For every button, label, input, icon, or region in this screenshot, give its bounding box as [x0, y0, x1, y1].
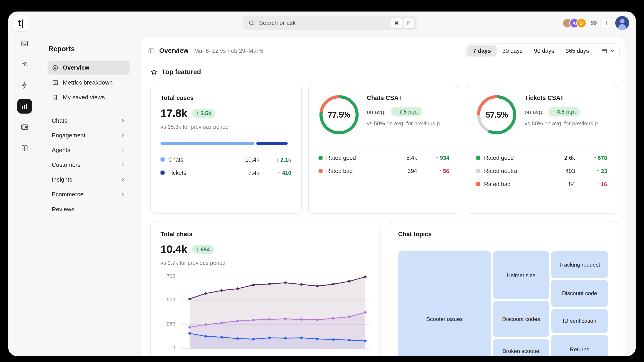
avatar: B	[576, 18, 586, 28]
total-chats-chart: 700 500 250 0	[160, 273, 370, 351]
legend-value: 5.4k	[388, 155, 417, 161]
legend-label: Rated bad	[484, 181, 510, 187]
sidebar-section-agents[interactable]: Agents	[48, 143, 130, 157]
legend-value: 84	[546, 181, 575, 187]
legend-delta: ↑ 934	[417, 155, 449, 161]
treemap-block-discount-codes[interactable]: Discount codes	[493, 301, 549, 337]
calendar-button[interactable]	[596, 48, 619, 54]
calendar-icon	[601, 48, 608, 54]
treemap-block-scooter-issues[interactable]: Scooter issues	[398, 251, 491, 356]
rail-bolt-button[interactable]	[17, 78, 32, 93]
sidebar-item-label: My saved views	[63, 94, 105, 100]
sidebar-toggle-icon[interactable]	[148, 47, 155, 55]
sidebar-section-customers[interactable]: Customers	[48, 158, 130, 172]
comparison-text: vs 15.3k for previous period	[160, 124, 291, 130]
app-logo[interactable]: t|	[13, 15, 29, 31]
search-icon	[248, 19, 256, 27]
y-axis-tick: 500	[167, 297, 176, 303]
section-label: Ecommerce	[52, 191, 84, 198]
total-cases-card: Total cases 17.8k ↑ 2.5k vs 15.3k for pr…	[150, 85, 302, 213]
total-chats-value: 10.4k	[160, 243, 187, 256]
legend-swatch	[476, 182, 480, 186]
legend-swatch	[160, 171, 164, 175]
legend-swatch	[318, 156, 322, 160]
chevron-right-icon	[120, 147, 126, 153]
legend-label: Chats	[168, 156, 183, 163]
line-chart	[180, 273, 370, 351]
rail-contacts-button[interactable]	[17, 120, 32, 134]
treemap-block-helmet-size[interactable]: Helmet size	[493, 251, 549, 299]
y-axis-tick: 0	[172, 345, 176, 351]
legend-delta: ↑ 23	[575, 168, 607, 174]
legend-delta: ↑ 2.1k	[259, 156, 291, 163]
treemap-block-broken-scooter[interactable]: Broken scooter	[493, 339, 549, 356]
sidebar-item-my-saved-views[interactable]: My saved views	[48, 90, 130, 104]
delta-badge: ↑ 7.5 p.p.	[390, 107, 422, 117]
delta-badge: ↑ 2.5k	[192, 109, 216, 118]
card-title: Chats CSAT	[367, 94, 449, 101]
range-90-days[interactable]: 90 days	[528, 45, 560, 57]
range-365-days[interactable]: 365 days	[560, 45, 595, 57]
chats-csat-card: 77.5% Chats CSAT on avg. ↑ 7.5 p.p. vs 5…	[308, 85, 460, 213]
bookmark-icon	[52, 94, 59, 101]
rail-automation-button[interactable]	[17, 57, 32, 72]
chevron-right-icon	[120, 132, 126, 138]
date-range-control: 7 days 30 days 90 days 365 days	[466, 43, 620, 58]
divider	[318, 146, 449, 147]
legend-swatch	[318, 169, 322, 173]
sidebar-section-reviews[interactable]: Reviews	[48, 202, 130, 216]
automation-icon	[20, 60, 28, 68]
lightning-icon	[20, 81, 28, 89]
legend-value: 7.4k	[230, 169, 259, 176]
section-label: Chats	[52, 117, 68, 124]
book-icon	[20, 144, 28, 152]
reports-sidebar: Reports Overview Metrics breakdown My sa…	[41, 34, 136, 356]
section-label: Customers	[52, 162, 80, 168]
legend-label: Rated good	[326, 155, 356, 161]
card-title: Tickets CSAT	[525, 94, 607, 101]
chevron-right-icon	[120, 118, 126, 123]
chat-topics-treemap: Scooter issues Helmet size Discount code…	[398, 251, 607, 356]
bar-chart-icon	[20, 102, 28, 110]
sidebar-section-engagement[interactable]: Engagement	[48, 128, 130, 143]
range-7-days[interactable]: 7 days	[467, 45, 496, 57]
legend-label: Rated good	[484, 155, 514, 161]
legend-swatch	[160, 158, 164, 162]
rail-knowledge-button[interactable]	[17, 141, 32, 155]
add-button[interactable]	[600, 17, 612, 28]
sidebar-section-chats[interactable]: Chats	[48, 113, 130, 128]
user-avatar[interactable]	[615, 16, 629, 30]
chevron-right-icon	[120, 162, 126, 168]
rail-inbox-button[interactable]	[17, 36, 32, 51]
legend-swatch	[476, 169, 480, 173]
divider	[476, 146, 607, 147]
sidebar-section-ecommerce[interactable]: Ecommerce	[48, 187, 130, 202]
legend-label: Rated neutral	[484, 168, 518, 174]
comparison-text: vs 50% on avg. for previous p…	[525, 121, 607, 127]
sidebar-item-overview[interactable]: Overview	[48, 61, 130, 75]
sidebar-item-metrics-breakdown[interactable]: Metrics breakdown	[48, 75, 130, 89]
treemap-block-discount-code[interactable]: Discount code	[551, 280, 608, 307]
page-title: Overview	[159, 47, 188, 55]
range-30-days[interactable]: 30 days	[497, 45, 528, 57]
app-window: t| ⌘ K A B 99	[8, 11, 636, 356]
sidebar-item-label: Overview	[63, 64, 90, 71]
treemap-block-tracking-request[interactable]: Tracking request	[551, 251, 608, 278]
icon-rail	[8, 34, 41, 356]
online-count: 99	[591, 20, 597, 26]
treemap-block-id-verification[interactable]: ID verification	[551, 309, 608, 333]
y-axis-tick: 250	[167, 321, 176, 327]
legend-delta: ↑ 56	[417, 168, 449, 174]
treemap-block-returns[interactable]: Returns	[551, 335, 608, 356]
rail-reports-button[interactable]	[17, 99, 32, 114]
sidebar-section-insights[interactable]: Insights	[48, 172, 130, 187]
card-title: Total chats	[160, 230, 370, 238]
teammate-avatars[interactable]: A B	[562, 18, 586, 28]
total-chats-card: Total chats 10.4k ↑ 684 vs 9.7k for prev…	[150, 221, 380, 356]
cmd-key-hint: ⌘	[391, 18, 402, 28]
rated-good-row: Rated good 5.4k ↑ 934	[318, 151, 449, 164]
on-avg-label: on avg.	[525, 108, 544, 115]
date-range-label: Mar 6–12 vs Feb 29–Mar 5	[194, 48, 263, 54]
search-bar[interactable]: ⌘ K	[243, 16, 417, 30]
search-input[interactable]	[259, 20, 390, 26]
